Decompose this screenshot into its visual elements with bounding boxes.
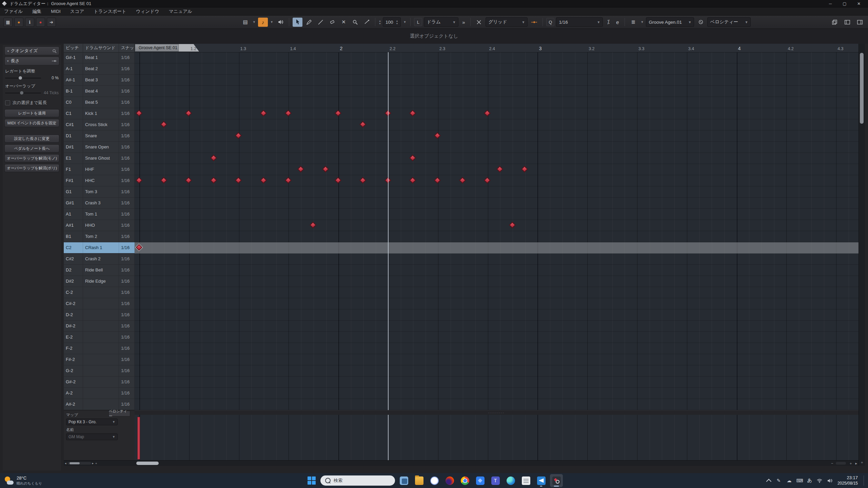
grid-row-C1[interactable]: [135, 108, 859, 119]
length-section-header[interactable]: ▾ 長さ: [4, 57, 59, 65]
drum-row-G-2[interactable]: G-21/16: [64, 365, 135, 377]
drum-row-E1[interactable]: E1Snare Ghost1/16: [64, 153, 135, 164]
menu-item-ウィンドウ[interactable]: ウィンドウ: [136, 8, 159, 15]
note-grid[interactable]: [135, 52, 859, 410]
mode-dropdown[interactable]: ドラム▼: [424, 17, 458, 27]
taskbar-explorer-button[interactable]: [413, 474, 426, 487]
drum-row-B1[interactable]: B1Tom 21/16: [64, 231, 135, 242]
grid-row-D-2[interactable]: [135, 309, 859, 321]
length-letter-badge[interactable]: L: [414, 18, 422, 26]
setup-zones-icon[interactable]: [842, 18, 852, 27]
loop-toggle-button[interactable]: ●: [14, 18, 23, 27]
inspector-button-1[interactable]: レガートを適用: [4, 109, 59, 117]
drum-row-C#-2[interactable]: C#-21/16: [64, 298, 135, 309]
grid-row-C#-2[interactable]: [135, 298, 859, 309]
taskbar-edge-button[interactable]: [504, 474, 517, 487]
part-tab[interactable]: Groove Agent SE 01: [135, 44, 199, 52]
part-name-label[interactable]: Groove Agent SE 01: [135, 44, 179, 52]
erase-tool-button[interactable]: [327, 18, 337, 27]
grid-type-dropdown[interactable]: グリッド▼: [486, 17, 528, 27]
list-scroll-track[interactable]: [67, 462, 91, 465]
window-layout-button[interactable]: ▦: [3, 18, 13, 27]
grid-row-D2[interactable]: [135, 265, 859, 276]
snap-column-header[interactable]: スナッ: [119, 44, 135, 52]
open-in-window-icon[interactable]: [830, 18, 840, 27]
drum-map-dropdown[interactable]: Pop Kit 3 - Gro.▼: [66, 419, 118, 425]
event-colors-icon[interactable]: ≣: [628, 18, 638, 27]
grid-row-A#-2[interactable]: [135, 399, 859, 410]
velocity-stepper[interactable]: ▲▼: [396, 20, 398, 25]
grid-row-G1[interactable]: [135, 186, 859, 198]
grid-row-D#2[interactable]: [135, 276, 859, 287]
grid-row-F#1[interactable]: [135, 175, 859, 186]
autoscroll-button[interactable]: ➔: [47, 18, 56, 27]
drum-row-D-2[interactable]: D-21/16: [64, 309, 135, 321]
drum-row-A-1[interactable]: A-1Beat 21/16: [64, 63, 135, 75]
zoom-out-icon[interactable]: −: [831, 461, 833, 465]
taskbar-cubase-button[interactable]: [550, 474, 563, 487]
taskbar-task-view-button[interactable]: [397, 474, 410, 487]
setup-toolbar-icon[interactable]: [855, 18, 865, 27]
event-colors-caret[interactable]: ▼: [640, 18, 644, 27]
taskbar-firefox-button[interactable]: [443, 474, 456, 487]
drum-sound-column-header[interactable]: ドラムサウンド: [83, 44, 119, 52]
velocity-lane[interactable]: [135, 415, 859, 461]
taskbar-teams-button[interactable]: [489, 474, 502, 487]
inspector-button-4[interactable]: ペダルをノート長へ: [4, 144, 59, 152]
taskbar-start-button[interactable]: [305, 474, 318, 487]
tray-keyboard-icon[interactable]: ⌨: [797, 478, 803, 483]
grid-row-C-2[interactable]: [135, 287, 859, 298]
editor-display-caret[interactable]: ▼: [252, 18, 256, 27]
drum-row-F-2[interactable]: F-21/16: [64, 343, 135, 354]
drum-row-C1[interactable]: C1Kick 11/16: [64, 108, 135, 119]
taskbar-search-box[interactable]: 検索: [320, 475, 395, 486]
drum-row-A-2[interactable]: A-21/16: [64, 388, 135, 399]
list-scroll-thumb[interactable]: [70, 462, 80, 464]
grid-row-F1[interactable]: [135, 164, 859, 175]
acoustic-feedback-caret[interactable]: ▼: [270, 18, 274, 27]
drum-row-G#-2[interactable]: G#-21/16: [64, 377, 135, 388]
drum-row-C0[interactable]: C0Beat 51/16: [64, 97, 135, 108]
drum-row-A1[interactable]: A1Tom 11/16: [64, 209, 135, 220]
controller-selector-dropdown[interactable]: ベロシティー▼: [707, 17, 751, 27]
taskbar-clock[interactable]: 23:172025/08/15: [837, 475, 858, 486]
grid-row-C#1[interactable]: [135, 119, 859, 130]
record-in-editor-button[interactable]: ●: [36, 18, 45, 27]
zoom-in-icon[interactable]: ＋: [95, 461, 98, 466]
drum-row-F#1[interactable]: F#1HHC1/16: [64, 175, 135, 186]
grid-scroll-thumb[interactable]: [136, 462, 159, 465]
velocity-bar[interactable]: [137, 417, 140, 460]
drum-row-D#2[interactable]: D#2Ride Edge1/16: [64, 276, 135, 287]
zoom-slider[interactable]: [836, 462, 846, 465]
menu-item-ファイル[interactable]: ファイル: [4, 8, 23, 15]
drum-row-C-2[interactable]: C-21/16: [64, 287, 135, 298]
grid-row-C#2[interactable]: [135, 253, 859, 265]
grid-row-D#1[interactable]: [135, 142, 859, 153]
quantize-panel-icon[interactable]: e: [614, 18, 621, 27]
drum-row-D1[interactable]: D1Snare1/16: [64, 130, 135, 142]
weather-widget[interactable]: 28°C 晴れのちくもり: [0, 475, 42, 485]
grid-row-B1[interactable]: [135, 231, 859, 242]
scroll-left-icon[interactable]: ◂: [65, 462, 66, 465]
grid-row-D#-2[interactable]: [135, 321, 859, 332]
grid-row-D1[interactable]: [135, 130, 859, 142]
tray-volume-icon[interactable]: [827, 479, 833, 483]
grid-row-C0[interactable]: [135, 97, 859, 108]
quantize-section-header[interactable]: ◂ クオンタイズ: [4, 46, 59, 55]
acoustic-feedback-button[interactable]: ♪: [258, 18, 268, 27]
drum-row-G#-1[interactable]: G#-1Beat 11/16: [64, 52, 135, 63]
info-button[interactable]: ℹ: [25, 18, 34, 27]
snap-type-icon[interactable]: [529, 18, 539, 27]
line-tool-button[interactable]: [316, 18, 326, 27]
vertical-scroll-thumb[interactable]: [860, 53, 864, 124]
drum-row-C#2[interactable]: C#2Crash 21/16: [64, 253, 135, 265]
iterative-quantize-icon[interactable]: ⁒: [605, 18, 612, 27]
speaker-icon[interactable]: [276, 18, 285, 27]
inspector-button-6[interactable]: オーバーラップを解消(ポリ): [4, 164, 59, 172]
grid-row-A#1[interactable]: [135, 220, 859, 231]
controller-lane-label[interactable]: ベロシティー: [108, 411, 130, 416]
grid-row-G#1[interactable]: [135, 198, 859, 209]
drum-row-A#-2[interactable]: A#-21/16: [64, 399, 135, 410]
show-desktop-button[interactable]: [864, 475, 865, 486]
inspector-button-3[interactable]: 設定した長さに変更: [4, 135, 59, 143]
